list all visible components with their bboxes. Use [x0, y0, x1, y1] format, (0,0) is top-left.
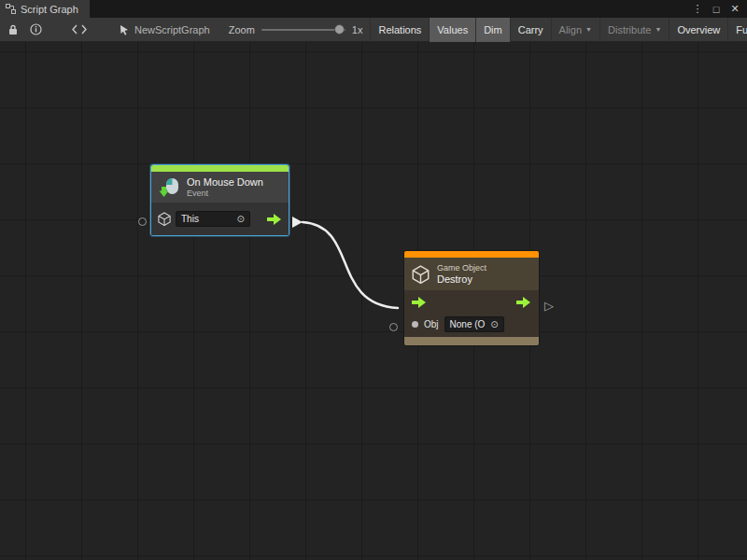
graph-name-label: NewScriptGraph [134, 24, 210, 35]
flow-input-arrow-icon[interactable] [412, 297, 427, 308]
maximize-icon[interactable]: □ [710, 4, 723, 15]
event-node-body: This ⊙ [151, 203, 289, 235]
obj-port-label: Obj [424, 319, 439, 329]
menu-icon[interactable]: ⋮ [691, 3, 704, 15]
dim-button[interactable]: Dim [475, 18, 510, 42]
script-graph-tab-icon [6, 4, 16, 14]
zoom-label: Zoom [229, 24, 255, 35]
event-accent-bar [151, 165, 289, 172]
destroy-node-titles: Game Object Destroy [437, 263, 486, 285]
destroy-accent-bar [404, 251, 539, 258]
zoom-slider[interactable] [261, 29, 345, 31]
node-on-mouse-down[interactable]: On Mouse Down Event This ⊙ [150, 164, 289, 236]
graph-toolbar: NewScriptGraph Zoom 1x Relations Values … [0, 18, 747, 42]
graph-canvas[interactable]: On Mouse Down Event This ⊙ [0, 42, 747, 560]
overview-button[interactable]: Overview [669, 18, 727, 42]
mouse-down-icon [159, 176, 180, 198]
destroy-obj-row: Obj None (O ⊙ [404, 312, 539, 337]
value-dot-icon [412, 321, 418, 328]
target-picker-icon[interactable]: ⊙ [237, 214, 245, 224]
destroy-node-header: Game Object Destroy [404, 258, 539, 290]
obj-field-value: None (O [450, 319, 486, 329]
cube-icon [158, 212, 171, 226]
graph-pointer-icon [119, 24, 130, 35]
values-button[interactable]: Values [429, 18, 475, 42]
zoom-slider-handle[interactable] [334, 24, 345, 35]
flow-output-arrow-icon[interactable] [516, 297, 531, 308]
fullscreen-button[interactable]: Full S [727, 18, 747, 42]
chevron-down-icon: ▼ [585, 26, 592, 33]
carry-button[interactable]: Carry [510, 18, 551, 42]
lock-icon[interactable] [7, 24, 19, 35]
event-target-port[interactable] [138, 217, 147, 226]
flow-continuation-icon[interactable]: ▷ [544, 300, 554, 312]
code-icon[interactable] [72, 24, 87, 35]
chevron-down-icon: ▼ [655, 26, 661, 33]
event-node-titles: On Mouse Down Event [187, 176, 263, 198]
node-category: Game Object [437, 263, 486, 273]
target-field-value: This [181, 214, 199, 224]
obj-field[interactable]: None (O ⊙ [444, 316, 504, 332]
tab-script-graph[interactable]: Script Graph [0, 0, 90, 18]
toolbar-buttons: Relations Values Dim Carry Align ▼ Distr… [370, 18, 747, 42]
zoom-value: 1x [352, 24, 363, 35]
distribute-button[interactable]: Distribute ▼ [599, 18, 669, 42]
tab-title: Script Graph [21, 4, 78, 15]
connection-arrow-icon [292, 217, 303, 228]
flow-output-arrow-icon[interactable] [267, 214, 282, 225]
relations-button[interactable]: Relations [370, 18, 429, 42]
event-node-header: On Mouse Down Event [151, 172, 289, 203]
script-graph-window: Script Graph ⋮ □ ✕ [0, 0, 747, 560]
target-field[interactable]: This ⊙ [176, 211, 250, 227]
zoom-control: Zoom 1x [229, 24, 363, 35]
destroy-node-footer [404, 337, 539, 345]
target-picker-icon[interactable]: ⊙ [490, 319, 498, 329]
node-subtitle: Event [187, 189, 263, 198]
window-controls: ⋮ □ ✕ [691, 0, 747, 18]
align-button[interactable]: Align ▼ [551, 18, 599, 42]
graph-name-breadcrumb[interactable]: NewScriptGraph [119, 24, 210, 35]
node-destroy[interactable]: Game Object Destroy Obj None (O ⊙ [403, 250, 540, 346]
close-icon[interactable]: ✕ [728, 3, 741, 15]
flow-connection [0, 42, 747, 560]
cube-icon [412, 265, 430, 284]
info-icon[interactable] [30, 23, 42, 35]
node-title: On Mouse Down [187, 176, 263, 188]
node-title: Destroy [437, 273, 486, 285]
destroy-flow-row [404, 290, 539, 312]
destroy-obj-port[interactable] [389, 323, 398, 331]
tab-bar: Script Graph ⋮ □ ✕ [0, 0, 747, 18]
